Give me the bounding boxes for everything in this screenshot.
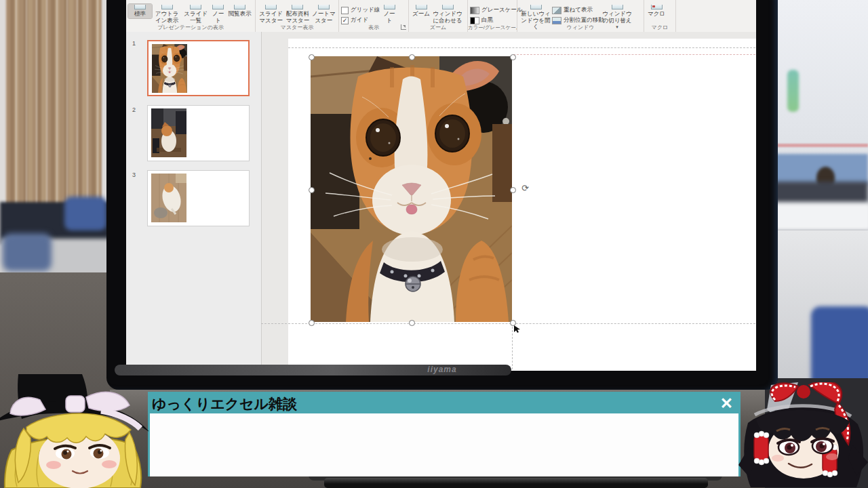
slide-number: 1: [132, 40, 136, 47]
cascade-icon: [552, 7, 561, 14]
desk: [770, 202, 868, 232]
guide-line: [513, 54, 755, 55]
button-label: 標準: [134, 11, 146, 18]
button-label: マクロ: [648, 11, 665, 18]
notes-icon: [384, 5, 395, 9]
view-normal-button[interactable]: 標準: [128, 4, 152, 18]
guides-checkbox[interactable]: [341, 17, 349, 24]
ribbon-view-tab: 標準 アウトライン表示 スライド一覧 ノート: [126, 0, 756, 33]
selection-handle[interactable]: [409, 54, 415, 60]
cascade-windows-button[interactable]: 重ねて表示: [552, 6, 601, 14]
ribbon-group-window: 新しいウィンドウを開く 重ねて表示 分割位置の移動: [517, 0, 644, 32]
button-label: スライドマスター: [258, 11, 283, 24]
button-label: ウィンドウの切り替え: [601, 11, 633, 24]
close-icon[interactable]: ✕: [720, 394, 733, 413]
notes-page-icon: [212, 5, 224, 9]
button-label: グレースケール: [481, 6, 523, 14]
slide-canvas[interactable]: ⟳: [288, 39, 755, 371]
cat-photo-thumbnail: [151, 108, 186, 157]
notes-master-icon: [318, 5, 330, 9]
button-label: 白黒: [481, 16, 493, 24]
view-outline-button[interactable]: アウトライン表示: [152, 4, 182, 24]
curtain: [5, 0, 102, 230]
selection-handle[interactable]: [309, 54, 315, 60]
slide-master-button[interactable]: スライドマスター: [258, 4, 284, 24]
button-label: 閲覧表示: [229, 11, 252, 18]
reading-view-icon: [234, 5, 245, 9]
zoom-button[interactable]: ズーム: [411, 4, 431, 18]
workspace-margin: [262, 32, 756, 39]
slide-number: 2: [132, 106, 136, 113]
guide-line: [261, 323, 755, 324]
button-label: アウトライン表示: [153, 11, 182, 24]
button-label: ズーム: [412, 11, 430, 18]
view-notes-page-button[interactable]: ノート: [210, 4, 226, 24]
button-label: ウィンドウに合わせる: [432, 11, 463, 24]
cat-photo-thumbnail: [152, 44, 187, 93]
ribbon-filler: [676, 0, 756, 32]
group-label: カラー/グレースケール: [468, 24, 517, 31]
ribbon-group-presentation-views: 標準 アウトライン表示 スライド一覧 ノート: [126, 0, 256, 32]
view-reading-button[interactable]: 閲覧表示: [226, 4, 253, 18]
handout-master-icon: [292, 5, 303, 9]
fit-window-icon: [442, 5, 454, 9]
normal-view-icon: [134, 5, 146, 9]
blue-chair: [3, 233, 52, 271]
cat-photo-thumbnail: [151, 174, 186, 222]
macro-button[interactable]: マクロ: [646, 4, 667, 18]
selection-handle[interactable]: [309, 187, 315, 193]
ribbon-group-zoom: ズーム ウィンドウに合わせる ズーム: [409, 0, 468, 32]
macro-icon: [651, 5, 663, 9]
gridlines-checkbox-row[interactable]: グリッド線: [341, 6, 380, 14]
notes-master-button[interactable]: ノートマスター: [311, 4, 336, 24]
slide-thumbnail-3[interactable]: [147, 170, 250, 226]
selection-handle[interactable]: [309, 320, 315, 326]
monitor-stand-base: [324, 478, 708, 488]
subtitle-box: ゆっくりエクセル雑談 ✕: [148, 392, 741, 476]
slide-master-icon: [265, 5, 277, 9]
black-white-button[interactable]: 白黒: [470, 16, 523, 24]
selection-handle[interactable]: [409, 320, 415, 326]
slide-thumbnail-1[interactable]: [147, 40, 250, 96]
group-label: ズーム: [409, 24, 467, 31]
gridlines-checkbox[interactable]: [341, 7, 349, 14]
ribbon-group-color-grayscale: グレースケール 白黒 カラー/グレースケール: [468, 0, 517, 32]
button-label: スライド一覧: [182, 11, 209, 24]
slide-number: 3: [132, 171, 136, 178]
cat-photo[interactable]: [311, 56, 512, 322]
monitor-brand-logo: iiyama: [106, 365, 778, 374]
new-window-icon: [530, 5, 542, 9]
guide-line: [288, 47, 755, 48]
group-label: プレゼンテーションの表示: [126, 24, 255, 31]
video-frame: 標準 アウトライン表示 スライド一覧 ノート: [0, 0, 868, 488]
mouse-cursor-icon: [514, 325, 521, 333]
grayscale-button[interactable]: グレースケール: [470, 6, 523, 14]
powerpoint-window: 標準 アウトライン表示 スライド一覧 ノート: [126, 0, 756, 371]
notes-button[interactable]: ノート: [380, 4, 398, 24]
checkbox-label: グリッド線: [351, 6, 380, 14]
black-white-icon: [470, 17, 479, 24]
fit-to-window-button[interactable]: ウィンドウに合わせる: [431, 4, 464, 24]
subtitle-title: ゆっくりエクセル雑談: [150, 394, 297, 413]
green-bottle: [787, 70, 799, 112]
rotate-handle-icon[interactable]: ⟳: [521, 184, 529, 192]
slide-sorter-icon: [190, 5, 201, 9]
group-label: マスター表示: [256, 24, 338, 31]
view-slide-sorter-button[interactable]: スライド一覧: [182, 4, 210, 24]
selection-handle[interactable]: [510, 187, 516, 193]
handout-master-button[interactable]: 配布資料マスター: [284, 4, 311, 24]
move-split-icon: [552, 17, 561, 24]
guide-line: [512, 323, 513, 369]
slide-thumbnail-panel[interactable]: 1 2 3: [126, 32, 262, 371]
slide-thumbnail-2[interactable]: [147, 105, 250, 161]
selection-handle[interactable]: [510, 54, 516, 60]
ribbon-group-master-views: スライドマスター 配布資料マスター ノートマスター マスター表示: [256, 0, 339, 32]
blue-chair: [64, 197, 106, 230]
switch-windows-icon: [612, 5, 623, 9]
ribbon-group-show: グリッド線 ガイド ノート 表示: [339, 0, 409, 32]
grayscale-icon: [470, 7, 479, 14]
workspace-gutter: [262, 39, 288, 371]
button-label: 配布資料マスター: [285, 11, 310, 24]
zoom-icon: [416, 5, 427, 9]
monitor: 標準 アウトライン表示 スライド一覧 ノート: [106, 0, 778, 390]
